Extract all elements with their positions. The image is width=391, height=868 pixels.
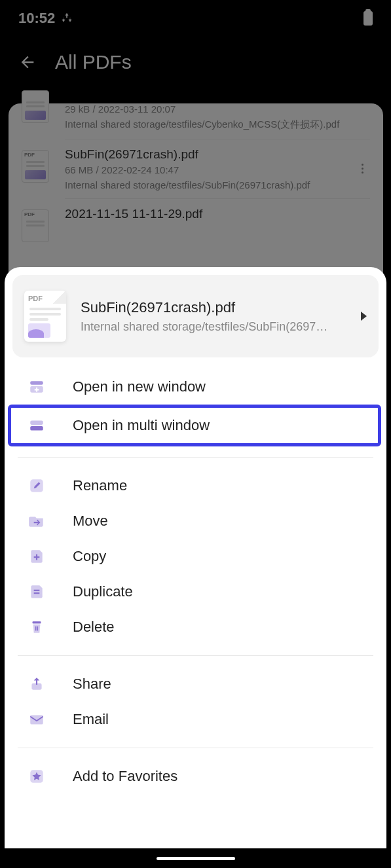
menu-label: Open in multi window bbox=[73, 417, 210, 434]
email-icon bbox=[28, 711, 45, 728]
open-multi-window-button[interactable]: Open in multi window bbox=[11, 408, 378, 443]
menu-label: Share bbox=[73, 676, 111, 693]
menu-label: Add to Favorites bbox=[73, 768, 177, 785]
favorites-button[interactable]: Add to Favorites bbox=[5, 759, 386, 794]
rename-button[interactable]: Rename bbox=[5, 468, 386, 503]
highlighted-option: Open in multi window bbox=[8, 405, 381, 446]
new-window-icon bbox=[28, 378, 45, 395]
copy-button[interactable]: Copy bbox=[5, 539, 386, 574]
email-button[interactable]: Email bbox=[5, 702, 386, 737]
svg-rect-7 bbox=[33, 621, 41, 623]
share-button[interactable]: Share bbox=[5, 666, 386, 702]
divider bbox=[18, 748, 373, 748]
menu-label: Copy bbox=[73, 548, 106, 565]
svg-rect-9 bbox=[37, 626, 39, 631]
svg-rect-2 bbox=[30, 420, 43, 425]
sheet-file-path: Internal shared storage/testfiles/SubFin… bbox=[81, 320, 346, 334]
menu-label: Open in new window bbox=[73, 378, 206, 395]
menu-label: Delete bbox=[73, 619, 115, 636]
delete-button[interactable]: Delete bbox=[5, 609, 386, 645]
duplicate-button[interactable]: Duplicate bbox=[5, 574, 386, 609]
move-button[interactable]: Move bbox=[5, 503, 386, 539]
divider bbox=[18, 457, 373, 458]
open-new-window-button[interactable]: Open in new window bbox=[5, 369, 386, 405]
move-icon bbox=[28, 513, 45, 530]
sheet-file-header[interactable]: PDF SubFin(26971crash).pdf Internal shar… bbox=[12, 275, 379, 357]
trash-icon bbox=[28, 619, 45, 636]
menu-label: Move bbox=[73, 513, 108, 530]
sheet-header-text: SubFin(26971crash).pdf Internal shared s… bbox=[81, 299, 346, 334]
menu-section-file: Rename Move Copy Duplicate Delete bbox=[5, 464, 386, 649]
sheet-file-name: SubFin(26971crash).pdf bbox=[81, 299, 346, 316]
divider bbox=[18, 655, 373, 656]
svg-rect-5 bbox=[34, 590, 40, 591]
menu-label: Duplicate bbox=[73, 583, 133, 600]
pdf-badge: PDF bbox=[28, 295, 43, 302]
multi-window-icon bbox=[28, 417, 45, 434]
svg-rect-6 bbox=[34, 592, 40, 594]
share-icon bbox=[28, 676, 45, 693]
svg-rect-3 bbox=[30, 426, 43, 431]
menu-label: Rename bbox=[73, 477, 127, 494]
action-sheet: PDF SubFin(26971crash).pdf Internal shar… bbox=[5, 267, 386, 868]
menu-section-favorites: Add to Favorites bbox=[5, 755, 386, 798]
pdf-file-icon: PDF bbox=[24, 291, 66, 342]
star-icon bbox=[28, 768, 45, 785]
svg-rect-0 bbox=[30, 381, 43, 384]
pencil-icon bbox=[28, 477, 45, 494]
menu-label: Email bbox=[73, 711, 109, 728]
chevron-right-icon bbox=[361, 312, 367, 321]
menu-section-share: Share Email bbox=[5, 662, 386, 741]
home-handle[interactable] bbox=[157, 857, 235, 860]
svg-rect-8 bbox=[35, 626, 37, 631]
copy-icon bbox=[28, 548, 45, 565]
menu-section-open: Open in new window Open in multi window bbox=[5, 365, 386, 450]
nav-bar bbox=[0, 848, 391, 868]
duplicate-icon bbox=[28, 583, 45, 600]
svg-rect-11 bbox=[30, 715, 43, 725]
